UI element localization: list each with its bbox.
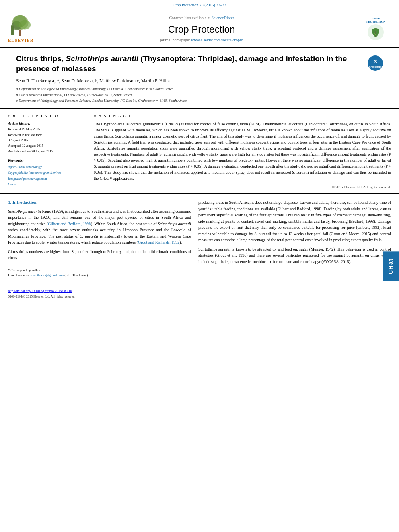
footnote-area: * Corresponding author. E-mail address: … [8,265,191,278]
abstract-text: The Cryptophlebia leucotreta granuloviru… [94,121,391,181]
body-right-column: producing areas in South Africa, it does… [198,199,391,278]
abstract-column: A B S T R A C T The Cryptophlebia leucot… [94,113,391,189]
elsevier-logo-area: ELSEVIER [8,14,48,43]
affiliation-c: c Department of Ichthyology and Fisherie… [16,98,383,104]
footer-bar: http://dx.doi.org/10.1016/j.cropro.2015.… [0,286,399,301]
article-info-label: A R T I C L E I N F O [8,113,86,119]
ref-gilbert-1998[interactable]: Gilbert and Bedford, 1998 [48,222,91,226]
authors-line: Sean R. Thackeray a, *, Sean D. Moore a,… [16,78,383,84]
journal-citation: Crop Protection 78 (2015) 72–77 [173,3,226,7]
body-left-column: 1. Introduction Scirtothrips aurantii Fa… [8,199,191,278]
footer-doi[interactable]: http://dx.doi.org/10.1016/j.cropro.2015.… [8,289,391,294]
elsevier-tree-icon [8,14,36,37]
journal-title: Crop Protection [48,23,355,36]
journal-header: ELSEVIER Contents lists available at Sci… [0,10,399,48]
article-info-abstract-section: A R T I C L E I N F O Article history: R… [0,109,399,194]
article-header: Citrus thrips, Scirtothrips aurantii (Th… [0,48,399,109]
affiliation-b: b Citrus Research International, PO Box … [16,92,383,98]
chat-button[interactable]: CHat [383,251,399,281]
keywords-block: Keywords: Agricultural entomology Crypto… [8,158,86,187]
intro-body: Scirtothrips aurantii Faure (1929), is i… [8,208,191,261]
article-title: Citrus thrips, Scirtothrips aurantii (Th… [16,54,363,74]
history-content: Received 19 May 2015 Received in revised… [8,127,86,154]
keywords-content: Agricultural entomology Cryptophlebia le… [8,164,86,187]
footer-copyright: 0261-2194/© 2015 Elsevier Ltd. All right… [8,294,391,299]
chat-button-label[interactable]: CHat [383,251,399,281]
elsevier-logo: ELSEVIER [8,14,48,43]
journal-url[interactable]: www.elsevier.com/locate/cropro [191,38,243,42]
crop-logo-area: CROPPROTECTION [355,14,391,44]
svg-point-5 [13,15,27,27]
body-content: 1. Introduction Scirtothrips aurantii Fa… [0,194,399,282]
footnote-email-link[interactable]: sean.thacks@gmail.com [30,273,64,277]
history-title: Article history: [8,121,86,126]
crossmark-badge[interactable]: ✕ CrossMark [368,55,383,71]
journal-homepage: journal homepage: www.elsevier.com/locat… [48,37,355,43]
sciencedirect-anchor[interactable]: ScienceDirect [211,16,234,20]
footnote-email: E-mail address: sean.thacks@gmail.com (S… [8,273,191,278]
article-info-column: A R T I C L E I N F O Article history: R… [8,113,86,189]
abstract-label: A B S T R A C T [94,113,391,119]
crop-protection-logo: CROPPROTECTION [361,14,391,44]
ref-grout-1992[interactable]: Grout and Richards, 1992 [138,240,179,244]
crop-logo-icon [367,23,385,41]
crop-logo-top: CROPPROTECTION [366,17,385,24]
right-body-text: producing areas in South Africa, it does… [198,199,391,265]
journal-citation-bar: Crop Protection 78 (2015) 72–77 [0,0,399,10]
journal-title-area: Contents lists available at ScienceDirec… [48,15,355,43]
keywords-title: Keywords: [8,158,86,163]
svg-rect-4 [19,30,21,36]
article-history-block: Article history: Received 19 May 2015 Re… [8,121,86,154]
affiliations: a Department of Zoology and Entomology, … [16,86,383,104]
affiliation-a: a Department of Zoology and Entomology, … [16,86,383,92]
elsevier-brand-text: ELSEVIER [8,37,34,43]
sciencedirect-link[interactable]: Contents lists available at ScienceDirec… [48,15,355,21]
intro-heading: 1. Introduction [8,199,191,205]
copyright-notice: © 2015 Elsevier Ltd. All rights reserved… [94,185,391,190]
footnote-corresponding: * Corresponding author. [8,268,191,273]
